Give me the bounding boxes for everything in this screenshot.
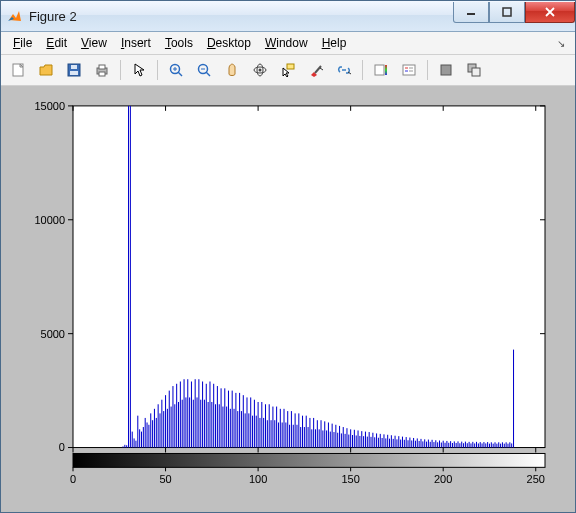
svg-rect-84 (219, 404, 220, 447)
svg-rect-121 (287, 411, 288, 447)
svg-rect-36 (130, 106, 131, 448)
svg-rect-116 (278, 422, 279, 447)
svg-rect-23 (403, 65, 415, 75)
svg-rect-128 (300, 427, 301, 447)
svg-rect-225 (480, 442, 481, 447)
zoom-in-button[interactable] (163, 57, 189, 83)
rotate-3d-button[interactable] (247, 57, 273, 83)
svg-rect-49 (154, 409, 155, 448)
svg-text:150: 150 (341, 473, 359, 485)
hide-plot-tools-button[interactable] (433, 57, 459, 83)
brush-button[interactable] (303, 57, 329, 83)
menu-tools[interactable]: Tools (159, 34, 199, 52)
svg-rect-59 (172, 386, 173, 447)
svg-rect-47 (150, 413, 151, 447)
maximize-button[interactable] (489, 2, 525, 23)
svg-rect-160 (359, 436, 360, 448)
svg-rect-115 (276, 407, 277, 448)
menu-edit[interactable]: Edit (40, 34, 73, 52)
svg-rect-103 (254, 400, 255, 448)
titlebar[interactable]: Figure 2 (1, 1, 575, 32)
menu-help[interactable]: Help (316, 34, 353, 52)
svg-rect-156 (352, 435, 353, 448)
svg-rect-1 (503, 8, 511, 16)
svg-rect-197 (428, 440, 429, 448)
svg-rect-65 (184, 379, 185, 447)
insert-colorbar-button[interactable] (368, 57, 394, 83)
svg-rect-227 (483, 442, 484, 447)
svg-rect-21 (375, 65, 384, 75)
svg-rect-242 (511, 443, 512, 447)
edit-plot-button[interactable] (126, 57, 152, 83)
svg-rect-0 (467, 13, 475, 15)
svg-rect-48 (152, 420, 153, 447)
link-button[interactable] (331, 57, 357, 83)
svg-rect-140 (322, 430, 323, 447)
svg-rect-106 (259, 418, 260, 448)
svg-text:250: 250 (527, 473, 545, 485)
svg-rect-220 (470, 443, 471, 447)
svg-rect-233 (495, 442, 496, 447)
svg-rect-138 (319, 429, 320, 447)
svg-rect-64 (182, 400, 183, 448)
matlab-icon (7, 8, 23, 24)
svg-rect-127 (298, 413, 299, 447)
svg-line-20 (315, 66, 321, 73)
svg-rect-181 (398, 436, 399, 447)
insert-legend-button[interactable] (396, 57, 422, 83)
svg-rect-44 (145, 418, 146, 448)
svg-rect-28 (441, 65, 451, 75)
svg-rect-99 (246, 397, 247, 447)
svg-rect-235 (498, 442, 499, 447)
zoom-out-button[interactable] (191, 57, 217, 83)
svg-rect-150 (341, 433, 342, 447)
svg-rect-192 (419, 441, 420, 448)
svg-rect-125 (295, 413, 296, 447)
svg-rect-186 (408, 440, 409, 447)
svg-rect-102 (252, 416, 253, 448)
data-cursor-button[interactable] (275, 57, 301, 83)
svg-rect-218 (467, 443, 468, 447)
close-button[interactable] (525, 2, 575, 23)
svg-rect-92 (234, 409, 235, 448)
menu-file[interactable]: File (7, 34, 38, 52)
svg-rect-5 (70, 71, 78, 75)
pan-button[interactable] (219, 57, 245, 83)
axes[interactable]: 050001000015000050100150200250 (11, 96, 565, 502)
svg-rect-51 (158, 404, 159, 447)
menu-view[interactable]: View (75, 34, 113, 52)
svg-rect-176 (389, 439, 390, 448)
svg-rect-195 (424, 439, 425, 447)
print-button[interactable] (89, 57, 115, 83)
window-title: Figure 2 (29, 9, 453, 24)
svg-rect-32 (122, 446, 123, 447)
svg-rect-93 (235, 393, 236, 448)
svg-rect-209 (450, 441, 451, 447)
menu-desktop[interactable]: Desktop (201, 34, 257, 52)
svg-point-18 (259, 69, 262, 72)
menu-insert[interactable]: Insert (115, 34, 157, 52)
menu-window[interactable]: Window (259, 34, 314, 52)
svg-rect-154 (348, 435, 349, 448)
show-plot-tools-button[interactable] (461, 57, 487, 83)
open-button[interactable] (33, 57, 59, 83)
svg-rect-107 (261, 402, 262, 448)
dock-icon[interactable]: ↘ (557, 38, 569, 49)
save-button[interactable] (61, 57, 87, 83)
minimize-button[interactable] (453, 2, 489, 23)
svg-rect-132 (308, 427, 309, 447)
svg-rect-79 (209, 381, 210, 447)
svg-rect-130 (304, 427, 305, 447)
svg-rect-274 (73, 453, 545, 467)
svg-rect-222 (474, 443, 475, 447)
svg-rect-208 (448, 443, 449, 448)
svg-rect-74 (200, 400, 201, 448)
svg-rect-185 (406, 437, 407, 447)
svg-rect-110 (267, 420, 268, 447)
svg-rect-122 (289, 425, 290, 448)
new-figure-button[interactable] (5, 57, 31, 83)
svg-rect-216 (463, 443, 464, 447)
figure-window: Figure 2 File Edit View Insert Tools Des… (0, 0, 576, 513)
svg-rect-169 (376, 433, 377, 447)
svg-rect-73 (198, 379, 199, 447)
